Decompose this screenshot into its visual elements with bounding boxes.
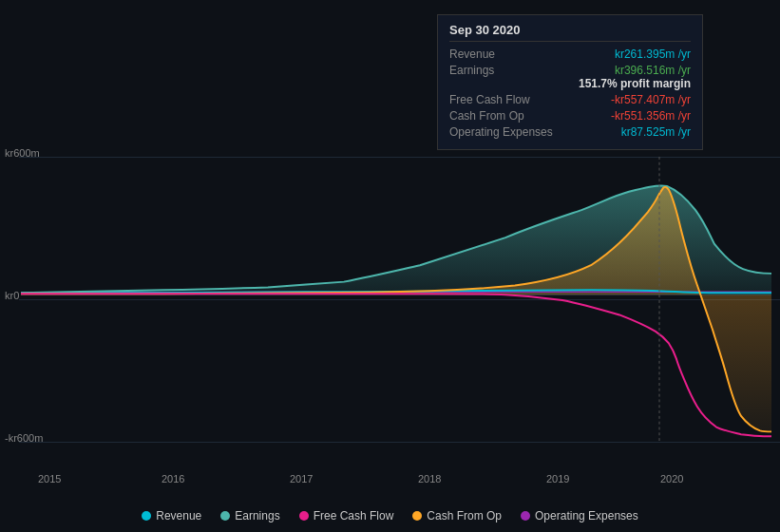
legend-dot-fcf bbox=[299, 511, 309, 521]
legend-dot-earnings bbox=[220, 511, 230, 521]
tooltip-row-revenue: Revenue kr261.395m /yr bbox=[449, 48, 691, 61]
tooltip-sub-earnings: 151.7% profit margin bbox=[579, 77, 691, 90]
chart-svg bbox=[21, 157, 771, 442]
tooltip-title: Sep 30 2020 bbox=[449, 23, 691, 42]
tooltip-value-cfo: -kr551.356m /yr bbox=[611, 109, 691, 123]
legend-dot-opex bbox=[521, 511, 530, 521]
grid-line-bottom bbox=[19, 442, 780, 443]
tooltip-row-fcf: Free Cash Flow -kr557.407m /yr bbox=[449, 93, 691, 106]
legend-dot-revenue bbox=[142, 511, 151, 521]
legend-opex[interactable]: Operating Expenses bbox=[521, 509, 638, 522]
legend-cfo[interactable]: Cash From Op bbox=[412, 509, 502, 522]
tooltip: Sep 30 2020 Revenue kr261.395m /yr Earni… bbox=[437, 14, 703, 150]
x-label-2020: 2020 bbox=[660, 473, 683, 484]
x-label-2016: 2016 bbox=[162, 473, 184, 484]
tooltip-label-cfo: Cash From Op bbox=[449, 109, 554, 123]
legend-label-revenue: Revenue bbox=[156, 509, 201, 522]
tooltip-row-opex: Operating Expenses kr87.525m /yr bbox=[449, 125, 691, 139]
x-label-2015: 2015 bbox=[38, 473, 61, 484]
x-label-2019: 2019 bbox=[546, 473, 569, 484]
legend-revenue[interactable]: Revenue bbox=[142, 509, 201, 522]
legend-label-cfo: Cash From Op bbox=[427, 509, 502, 522]
tooltip-value-revenue: kr261.395m /yr bbox=[615, 48, 691, 61]
tooltip-label-revenue: Revenue bbox=[449, 48, 554, 61]
chart-legend: Revenue Earnings Free Cash Flow Cash Fro… bbox=[0, 509, 780, 522]
tooltip-value-opex: kr87.525m /yr bbox=[621, 125, 691, 139]
legend-fcf[interactable]: Free Cash Flow bbox=[299, 509, 394, 522]
y-label-0: kr0 bbox=[5, 290, 19, 301]
tooltip-value-earnings: kr396.516m /yr 151.7% profit margin bbox=[579, 64, 691, 90]
x-label-2017: 2017 bbox=[290, 473, 313, 484]
tooltip-label-earnings: Earnings bbox=[449, 64, 554, 77]
tooltip-row-earnings: Earnings kr396.516m /yr 151.7% profit ma… bbox=[449, 64, 691, 90]
tooltip-label-fcf: Free Cash Flow bbox=[449, 93, 554, 106]
tooltip-label-opex: Operating Expenses bbox=[449, 125, 554, 139]
x-label-2018: 2018 bbox=[418, 473, 441, 484]
legend-earnings[interactable]: Earnings bbox=[220, 509, 279, 522]
legend-label-opex: Operating Expenses bbox=[535, 509, 638, 522]
legend-label-fcf: Free Cash Flow bbox=[314, 509, 394, 522]
tooltip-value-fcf: -kr557.407m /yr bbox=[611, 93, 691, 106]
legend-dot-cfo bbox=[412, 511, 422, 521]
tooltip-row-cfo: Cash From Op -kr551.356m /yr bbox=[449, 109, 691, 123]
legend-label-earnings: Earnings bbox=[235, 509, 279, 522]
chart-container: Sep 30 2020 Revenue kr261.395m /yr Earni… bbox=[0, 0, 780, 532]
